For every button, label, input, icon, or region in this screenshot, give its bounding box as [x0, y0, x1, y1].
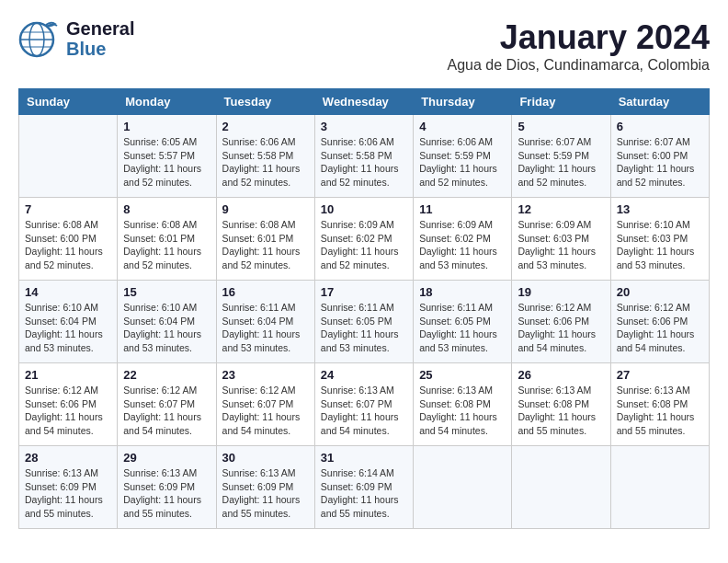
day-info: Sunrise: 6:07 AM Sunset: 5:59 PM Dayligh…: [518, 135, 604, 190]
day-number: 2: [222, 120, 309, 133]
day-number: 20: [617, 285, 703, 299]
calendar-cell: [610, 446, 709, 529]
calendar-cell: 21Sunrise: 6:12 AM Sunset: 6:06 PM Dayli…: [19, 363, 118, 446]
day-info: Sunrise: 6:12 AM Sunset: 6:06 PM Dayligh…: [25, 384, 111, 438]
day-number: 21: [25, 368, 111, 382]
weekday-header-sunday: Sunday: [19, 89, 118, 115]
calendar-cell: 31Sunrise: 6:14 AM Sunset: 6:09 PM Dayli…: [314, 446, 413, 529]
day-info: Sunrise: 6:07 AM Sunset: 6:00 PM Dayligh…: [617, 135, 703, 190]
day-number: 17: [321, 285, 407, 299]
day-info: Sunrise: 6:09 AM Sunset: 6:02 PM Dayligh…: [419, 218, 506, 272]
day-number: 30: [222, 451, 309, 465]
logo-general: General: [66, 18, 134, 39]
calendar-cell: 4Sunrise: 6:06 AM Sunset: 5:59 PM Daylig…: [414, 115, 512, 198]
day-number: 4: [419, 120, 506, 133]
calendar-cell: 24Sunrise: 6:13 AM Sunset: 6:07 PM Dayli…: [314, 363, 413, 446]
calendar-cell: 30Sunrise: 6:13 AM Sunset: 6:09 PM Dayli…: [216, 446, 314, 529]
page-header: General Blue January 2024 Agua de Dios, …: [18, 18, 710, 74]
day-info: Sunrise: 6:12 AM Sunset: 6:06 PM Dayligh…: [518, 301, 604, 355]
calendar-cell: 13Sunrise: 6:10 AM Sunset: 6:03 PM Dayli…: [610, 198, 709, 281]
day-number: 9: [222, 202, 309, 216]
calendar-cell: 20Sunrise: 6:12 AM Sunset: 6:06 PM Dayli…: [610, 281, 709, 363]
day-info: Sunrise: 6:13 AM Sunset: 6:08 PM Dayligh…: [617, 384, 703, 438]
day-info: Sunrise: 6:10 AM Sunset: 6:04 PM Dayligh…: [25, 301, 111, 355]
calendar-week-3: 14Sunrise: 6:10 AM Sunset: 6:04 PM Dayli…: [19, 281, 710, 363]
day-info: Sunrise: 6:10 AM Sunset: 6:04 PM Dayligh…: [123, 301, 210, 355]
logo-blue: Blue: [66, 39, 134, 59]
day-number: 7: [25, 202, 111, 216]
day-number: 26: [518, 368, 604, 382]
weekday-header-thursday: Thursday: [414, 89, 512, 115]
day-info: Sunrise: 6:08 AM Sunset: 6:01 PM Dayligh…: [222, 218, 309, 272]
calendar-cell: 6Sunrise: 6:07 AM Sunset: 6:00 PM Daylig…: [610, 115, 709, 198]
day-number: 14: [25, 285, 111, 299]
day-number: 25: [419, 368, 506, 382]
day-info: Sunrise: 6:13 AM Sunset: 6:09 PM Dayligh…: [123, 466, 210, 521]
calendar-cell: [512, 446, 610, 529]
calendar-cell: 26Sunrise: 6:13 AM Sunset: 6:08 PM Dayli…: [512, 363, 610, 446]
day-info: Sunrise: 6:12 AM Sunset: 6:07 PM Dayligh…: [222, 384, 309, 438]
day-info: Sunrise: 6:12 AM Sunset: 6:07 PM Dayligh…: [123, 384, 210, 438]
day-info: Sunrise: 6:13 AM Sunset: 6:07 PM Dayligh…: [321, 384, 407, 438]
calendar-week-2: 7Sunrise: 6:08 AM Sunset: 6:00 PM Daylig…: [19, 198, 710, 281]
day-info: Sunrise: 6:13 AM Sunset: 6:09 PM Dayligh…: [25, 466, 111, 521]
day-number: 24: [321, 368, 407, 382]
day-number: 23: [222, 368, 309, 382]
day-info: Sunrise: 6:05 AM Sunset: 5:57 PM Dayligh…: [123, 135, 210, 190]
day-info: Sunrise: 6:06 AM Sunset: 5:58 PM Dayligh…: [222, 135, 309, 190]
calendar-cell: 11Sunrise: 6:09 AM Sunset: 6:02 PM Dayli…: [414, 198, 512, 281]
day-info: Sunrise: 6:13 AM Sunset: 6:08 PM Dayligh…: [419, 384, 506, 438]
day-number: 1: [123, 120, 210, 133]
day-info: Sunrise: 6:06 AM Sunset: 5:59 PM Dayligh…: [419, 135, 506, 190]
day-number: 13: [617, 202, 703, 216]
weekday-header-wednesday: Wednesday: [314, 89, 413, 115]
weekday-header-friday: Friday: [512, 89, 610, 115]
calendar-cell: 7Sunrise: 6:08 AM Sunset: 6:00 PM Daylig…: [19, 198, 118, 281]
weekday-header-saturday: Saturday: [610, 89, 709, 115]
day-number: 28: [25, 451, 111, 465]
calendar-cell: 9Sunrise: 6:08 AM Sunset: 6:01 PM Daylig…: [216, 198, 314, 281]
calendar-cell: 25Sunrise: 6:13 AM Sunset: 6:08 PM Dayli…: [414, 363, 512, 446]
day-number: 12: [518, 202, 604, 216]
day-number: 15: [123, 285, 210, 299]
day-number: 10: [321, 202, 407, 216]
day-info: Sunrise: 6:13 AM Sunset: 6:09 PM Dayligh…: [222, 466, 309, 521]
calendar-cell: 3Sunrise: 6:06 AM Sunset: 5:58 PM Daylig…: [314, 115, 413, 198]
weekday-header-monday: Monday: [118, 89, 216, 115]
calendar-cell: 14Sunrise: 6:10 AM Sunset: 6:04 PM Dayli…: [19, 281, 118, 363]
day-number: 16: [222, 285, 309, 299]
calendar-cell: 22Sunrise: 6:12 AM Sunset: 6:07 PM Dayli…: [118, 363, 216, 446]
day-info: Sunrise: 6:08 AM Sunset: 6:01 PM Dayligh…: [123, 218, 210, 272]
title-block: January 2024 Agua de Dios, Cundinamarca,…: [448, 18, 710, 74]
calendar-week-1: 1Sunrise: 6:05 AM Sunset: 5:57 PM Daylig…: [19, 115, 710, 198]
day-info: Sunrise: 6:12 AM Sunset: 6:06 PM Dayligh…: [617, 301, 703, 355]
day-number: 27: [617, 368, 703, 382]
calendar-cell: 1Sunrise: 6:05 AM Sunset: 5:57 PM Daylig…: [118, 115, 216, 198]
calendar-cell: 10Sunrise: 6:09 AM Sunset: 6:02 PM Dayli…: [314, 198, 413, 281]
calendar-cell: 29Sunrise: 6:13 AM Sunset: 6:09 PM Dayli…: [118, 446, 216, 529]
calendar-cell: 12Sunrise: 6:09 AM Sunset: 6:03 PM Dayli…: [512, 198, 610, 281]
weekday-header-row: SundayMondayTuesdayWednesdayThursdayFrid…: [19, 89, 710, 115]
day-number: 18: [419, 285, 506, 299]
calendar-cell: 16Sunrise: 6:11 AM Sunset: 6:04 PM Dayli…: [216, 281, 314, 363]
day-number: 19: [518, 285, 604, 299]
calendar-cell: 15Sunrise: 6:10 AM Sunset: 6:04 PM Dayli…: [118, 281, 216, 363]
day-info: Sunrise: 6:14 AM Sunset: 6:09 PM Dayligh…: [321, 466, 407, 521]
calendar-cell: 23Sunrise: 6:12 AM Sunset: 6:07 PM Dayli…: [216, 363, 314, 446]
calendar-cell: 19Sunrise: 6:12 AM Sunset: 6:06 PM Dayli…: [512, 281, 610, 363]
calendar-cell: [414, 446, 512, 529]
day-info: Sunrise: 6:13 AM Sunset: 6:08 PM Dayligh…: [518, 384, 604, 438]
calendar-cell: 8Sunrise: 6:08 AM Sunset: 6:01 PM Daylig…: [118, 198, 216, 281]
calendar-cell: 5Sunrise: 6:07 AM Sunset: 5:59 PM Daylig…: [512, 115, 610, 198]
calendar-cell: 27Sunrise: 6:13 AM Sunset: 6:08 PM Dayli…: [610, 363, 709, 446]
calendar-cell: 2Sunrise: 6:06 AM Sunset: 5:58 PM Daylig…: [216, 115, 314, 198]
calendar-cell: [19, 115, 118, 198]
day-info: Sunrise: 6:11 AM Sunset: 6:04 PM Dayligh…: [222, 301, 309, 355]
day-info: Sunrise: 6:09 AM Sunset: 6:03 PM Dayligh…: [518, 218, 604, 272]
day-info: Sunrise: 6:10 AM Sunset: 6:03 PM Dayligh…: [617, 218, 703, 272]
day-info: Sunrise: 6:09 AM Sunset: 6:02 PM Dayligh…: [321, 218, 407, 272]
day-number: 22: [123, 368, 210, 382]
calendar-cell: 18Sunrise: 6:11 AM Sunset: 6:05 PM Dayli…: [414, 281, 512, 363]
day-info: Sunrise: 6:11 AM Sunset: 6:05 PM Dayligh…: [321, 301, 407, 355]
calendar-cell: 28Sunrise: 6:13 AM Sunset: 6:09 PM Dayli…: [19, 446, 118, 529]
